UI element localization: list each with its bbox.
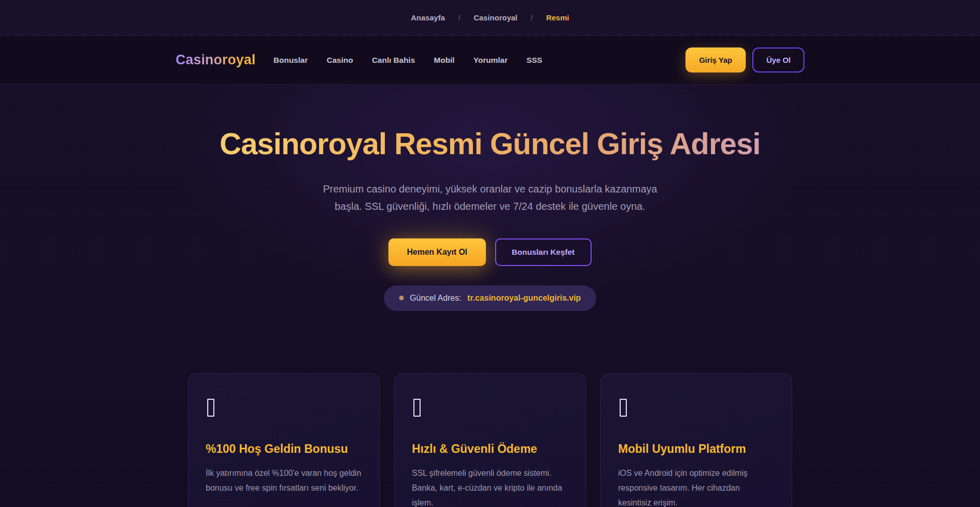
breadcrumb: Anasayfa / Casinoroyal / Resmi: [411, 13, 569, 22]
payment-icon: [413, 399, 421, 417]
nav-link-casino[interactable]: Casino: [327, 56, 353, 65]
main-nav: Casinoroyal Bonuslar Casino Canlı Bahis …: [0, 36, 980, 85]
card-description: SSL şifrelemeli güvenli ödeme sistemi. B…: [412, 466, 568, 507]
breadcrumb-bar: Anasayfa / Casinoroyal / Resmi: [0, 0, 980, 36]
nav-link-canli-bahis[interactable]: Canlı Bahis: [372, 56, 415, 65]
login-button[interactable]: Giriş Yap: [685, 47, 746, 73]
nav-link-mobil[interactable]: Mobil: [434, 56, 454, 65]
current-address-link[interactable]: tr.casinoroyal-guncelgiris.vip: [468, 294, 581, 303]
feature-card-secure-payment: Hızlı & Güvenli Ödeme SSL şifrelemeli gü…: [394, 373, 586, 507]
page-title: Casinoroyal Resmi Güncel Giriş Adresi: [0, 128, 980, 161]
card-title: Hızlı & Güvenli Ödeme: [412, 442, 568, 456]
hero-section: Casinoroyal Resmi Güncel Giriş Adresi Pr…: [0, 85, 980, 507]
register-now-button[interactable]: Hemen Kayıt Ol: [388, 238, 485, 266]
card-title: Mobil Uyumlu Platform: [618, 442, 774, 456]
breadcrumb-separator: /: [531, 13, 533, 22]
bonus-icon: [207, 399, 214, 417]
status-dot-icon: [399, 296, 404, 300]
current-address-pill: Güncel Adres: tr.casinoroyal-guncelgiris…: [384, 285, 596, 311]
mobile-icon: [620, 399, 627, 417]
nav-link-sss[interactable]: SSS: [526, 56, 542, 65]
nav-actions: Giriş Yap Üye Ol: [685, 47, 804, 73]
nav-links: Bonuslar Casino Canlı Bahis Mobil Yoruml…: [274, 56, 543, 65]
feature-card-mobile-platform: Mobil Uyumlu Platform iOS ve Android içi…: [600, 373, 792, 507]
breadcrumb-separator: /: [458, 13, 460, 22]
card-description: iOS ve Android için optimize edilmiş res…: [618, 466, 774, 507]
card-description: İlk yatırımına özel %100'e varan hoş gel…: [206, 466, 362, 495]
signup-button[interactable]: Üye Ol: [752, 47, 804, 73]
breadcrumb-item-casinoroyal[interactable]: Casinoroyal: [474, 13, 518, 22]
hero-subtitle: Premium casino deneyimi, yüksek oranlar …: [314, 180, 666, 215]
feature-card-welcome-bonus: %100 Hoş Geldin Bonusu İlk yatırımına öz…: [188, 373, 380, 507]
cta-row: Hemen Kayıt Ol Bonusları Keşfet: [0, 238, 980, 266]
explore-bonuses-button[interactable]: Bonusları Keşfet: [495, 238, 592, 266]
feature-cards: %100 Hoş Geldin Bonusu İlk yatırımına öz…: [188, 373, 792, 507]
nav-link-bonuslar[interactable]: Bonuslar: [274, 56, 308, 65]
card-title: %100 Hoş Geldin Bonusu: [206, 442, 362, 456]
breadcrumb-current-resmi: Resmi: [546, 13, 569, 22]
breadcrumb-item-anasayfa[interactable]: Anasayfa: [411, 13, 445, 22]
nav-link-yorumlar[interactable]: Yorumlar: [474, 56, 508, 65]
site-logo[interactable]: Casinoroyal: [176, 52, 256, 68]
address-label: Güncel Adres:: [410, 294, 461, 303]
